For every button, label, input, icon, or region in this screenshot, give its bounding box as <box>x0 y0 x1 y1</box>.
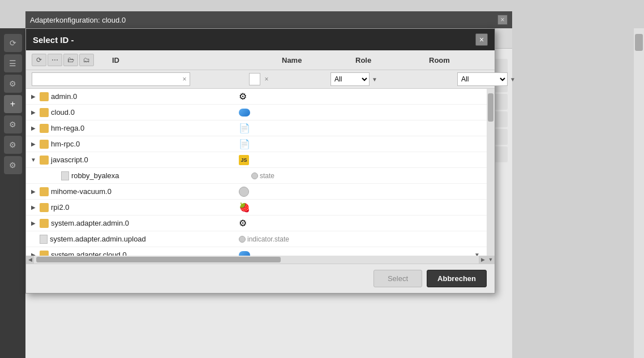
toggle-rpi2[interactable]: ▶ <box>29 204 37 212</box>
filter-row: × × All state channel device ▼ All Livin… <box>26 70 495 89</box>
tree-content: ▶ admin.0 ⚙ ▶ cloud.0 <box>26 89 487 256</box>
h-scroll-right-btn[interactable]: ▶ <box>479 256 487 264</box>
h-scroll-thumb <box>36 257 281 262</box>
sidebar-item-refresh[interactable]: ⟳ <box>4 34 22 52</box>
node-label-syscloudrow: system.adapter.cloud.0 <box>51 251 239 256</box>
node-label-mihome: mihome-vacuum.0 <box>51 187 239 196</box>
col-header-id: ID <box>112 56 282 64</box>
col-header-room: Room <box>429 56 489 64</box>
sidebar-item-list[interactable]: ☰ <box>4 54 22 72</box>
bg-title: Adapterkonfiguration: cloud.0 <box>30 16 126 24</box>
tree-row-mihome[interactable]: ▶ mihome-vacuum.0 <box>26 184 487 200</box>
node-label-robby: robby_byalexa <box>71 171 251 180</box>
toggle-sysadmin[interactable]: ▶ <box>29 219 37 227</box>
select-button[interactable]: Select <box>373 270 422 287</box>
sidebar-item-add[interactable]: + <box>4 95 22 113</box>
col-header-role: Role <box>355 56 429 64</box>
adapter-icon-mihome <box>239 187 249 197</box>
node-label-cloud: cloud.0 <box>51 108 239 117</box>
toggle-hmrpc[interactable]: ▶ <box>29 140 37 148</box>
node-label-javascript: javascript.0 <box>51 156 239 164</box>
tree-row-admin[interactable]: ▶ admin.0 ⚙ <box>26 89 487 105</box>
modal-toolbar: ⟳ ⋯ 🗁 🗂 ID Name Role Room <box>26 50 495 70</box>
folder-icon-javascript <box>40 156 49 165</box>
node-label-hmrpc: hm-rpc.0 <box>51 140 239 148</box>
folder-icon-hmrpc <box>40 140 49 149</box>
adapter-icon-hmrpc: 📄 <box>239 139 250 149</box>
node-label-admin: admin.0 <box>51 92 239 101</box>
adapter-icon-sysadmin: ⚙ <box>239 218 247 228</box>
modal-titlebar: Select ID - × <box>26 29 495 50</box>
tree-row-sysadmin[interactable]: ▶ system.adapter.admin.0 ⚙ <box>26 215 487 231</box>
modal-close-button[interactable]: × <box>475 33 488 46</box>
toolbar-more-button[interactable]: ⋯ <box>48 54 62 66</box>
adapter-icon-admin: ⚙ <box>239 91 247 102</box>
role-filter-select[interactable]: All state channel device <box>330 72 370 86</box>
sidebar-item-s3[interactable]: ⚙ <box>4 156 22 174</box>
h-scroll-left-btn[interactable]: ◀ <box>26 256 34 264</box>
bg-titlebar: Adapterkonfiguration: cloud.0 × <box>25 11 512 28</box>
file-icon-robby <box>61 171 69 180</box>
toggle-hmrega[interactable]: ▶ <box>29 124 37 132</box>
folder-icon-mihome <box>40 187 49 196</box>
id-filter-wrap: × <box>32 72 190 86</box>
cancel-button[interactable]: Abbrechen <box>427 270 487 287</box>
role-filter-wrap: All state channel device ▼ <box>330 72 455 86</box>
folder-icon-rpi2 <box>40 203 49 212</box>
toggle-cloud[interactable]: ▶ <box>29 109 37 117</box>
folder-icon-sysadmin <box>40 219 49 228</box>
adapter-icon-cloud <box>239 109 250 117</box>
name-filter-wrap: × <box>249 73 328 85</box>
toggle-admin[interactable]: ▶ <box>29 93 37 101</box>
tree-scroll-container: ▶ admin.0 ⚙ ▶ cloud.0 <box>26 89 495 256</box>
toggle-javascript[interactable]: ▼ <box>29 156 37 164</box>
node-label-sysadminupload: system.adapter.admin.upload <box>50 235 239 243</box>
bg-scrollbar <box>634 28 644 358</box>
folder-icon-cloud <box>40 108 49 117</box>
bg-close-button[interactable]: × <box>497 15 508 25</box>
col-header-name: Name <box>282 56 355 64</box>
room-filter-select[interactable]: All Living room Bedroom <box>457 72 508 86</box>
tree-row-hmrpc[interactable]: ▶ hm-rpc.0 📄 <box>26 136 487 152</box>
dropdown-col-syscloudrow: ▼ <box>318 252 483 256</box>
adapter-icon-rpi2: 🍓 <box>239 202 250 213</box>
toggle-mihome[interactable]: ▶ <box>29 188 37 196</box>
toolbar-reload-button[interactable]: ⟳ <box>32 54 46 66</box>
adapter-icon-javascript: JS <box>239 155 249 165</box>
tree-row-javascript[interactable]: ▼ javascript.0 JS <box>26 152 487 168</box>
adapter-icon-syscloudrow <box>239 251 250 256</box>
tree-row-sysadminupload[interactable]: system.adapter.admin.upload indicator.st… <box>26 231 487 247</box>
tree-row-cloud[interactable]: ▶ cloud.0 <box>26 105 487 120</box>
room-filter-wrap: All Living room Bedroom ▼ <box>457 72 516 86</box>
adapter-icon-robby: state <box>251 172 274 180</box>
adapter-icon-hmrega: 📄 <box>239 123 250 133</box>
id-filter-clear[interactable]: × <box>179 74 190 84</box>
folder-icon-hmrega <box>40 124 49 133</box>
sidebar: ⟳ ☰ ⚙ + ⚙ ⚙ ⚙ <box>0 28 25 358</box>
tree-row-syscloudrow[interactable]: ▶ system.adapter.cloud.0 ▼ <box>26 247 487 256</box>
file-icon-sysadminupload <box>40 235 48 244</box>
node-label-hmrega: hm-rega.0 <box>51 124 239 132</box>
toggle-syscloudrow[interactable]: ▶ <box>29 251 37 256</box>
tree-vertical-scrollbar[interactable] <box>487 89 495 256</box>
name-filter-clear[interactable]: × <box>261 74 272 84</box>
tree-row-rpi2[interactable]: ▶ rpi2.0 🍓 <box>26 200 487 215</box>
toolbar-folder-button[interactable]: 🗁 <box>63 54 78 66</box>
bg-scroll-thumb <box>635 34 643 51</box>
modal-footer: Select Abbrechen <box>26 264 495 293</box>
tree-row-hmrega[interactable]: ▶ hm-rega.0 📄 <box>26 120 487 136</box>
id-filter-input[interactable] <box>32 75 179 83</box>
sidebar-item-settings[interactable]: ⚙ <box>4 75 22 93</box>
sidebar-item-s2[interactable]: ⚙ <box>4 136 22 154</box>
select-id-modal: Select ID - × ⟳ ⋯ 🗁 🗂 ID Name Role Room … <box>25 28 495 294</box>
name-color-box[interactable] <box>249 73 260 85</box>
sidebar-item-s1[interactable]: ⚙ <box>4 115 22 133</box>
toolbar-open-folder-button[interactable]: 🗂 <box>79 54 94 66</box>
node-label-sysadmin: system.adapter.admin.0 <box>51 219 239 227</box>
v-scroll-thumb <box>488 93 493 122</box>
horizontal-scrollbar[interactable]: ◀ ▶ ▼ <box>26 256 495 264</box>
folder-icon-admin <box>40 92 49 101</box>
tree-row-robby[interactable]: robby_byalexa state <box>26 168 487 184</box>
h-scroll-track[interactable] <box>34 256 479 264</box>
modal-title: Select ID - <box>33 35 74 45</box>
